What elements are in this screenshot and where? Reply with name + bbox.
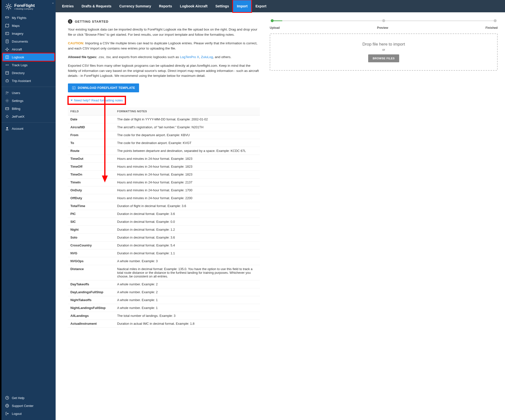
dropzone-text: Drop file here to import <box>275 42 492 47</box>
table-row: TimeInHours and minutes in 24-hour forma… <box>68 178 260 186</box>
docs-icon <box>5 39 9 44</box>
sidebar-item-support-center[interactable]: Support Center <box>1 402 56 410</box>
foreflight-logo-icon <box>5 3 12 10</box>
table-row: AircraftIDThe aircraft's registration, o… <box>68 123 260 131</box>
svg-point-14 <box>6 65 6 65</box>
sidebar-item-billing[interactable]: Billing <box>1 105 56 113</box>
table-row: ActualInstrumentDuration in actual IMC i… <box>68 320 260 328</box>
sidebar: ForeFlight A Boeing Company « My Flights… <box>1 0 56 420</box>
trip-icon <box>5 79 9 83</box>
aircraft-icon <box>5 47 9 51</box>
table-row: SICDuration in decimal format. Example: … <box>68 218 260 226</box>
imagery-icon <box>5 31 9 36</box>
sidebar-item-users[interactable]: Users <box>1 89 56 97</box>
step-preview-label: Preview <box>377 26 388 30</box>
intro-paragraph: Your existing logbook data can be import… <box>68 27 260 37</box>
table-row: DayLandingsFullStopA whole number. Examp… <box>68 288 260 296</box>
svg-point-10 <box>6 33 7 34</box>
support-icon <box>5 404 9 408</box>
excel-icon: X <box>72 86 76 90</box>
table-row: TimeOnHours and minutes in 24-hour forma… <box>68 171 260 178</box>
table-row: TimeOutHours and minutes in 24-hour form… <box>68 155 260 163</box>
svg-point-15 <box>8 65 8 65</box>
svg-point-25 <box>6 127 8 129</box>
svg-line-6 <box>10 8 11 9</box>
step-finished-dot <box>494 19 497 22</box>
sidebar-item-logbook[interactable]: Logbook <box>2 53 55 61</box>
table-row: TotalTimeDuration of flight in decimal f… <box>68 202 260 210</box>
table-row: PICDuration in decimal format. Example: … <box>68 210 260 218</box>
sidebar-item-logout[interactable]: Logout <box>1 410 56 418</box>
step-finished-label: Finished <box>486 26 498 30</box>
sidebar-item-imagery[interactable]: Imagery <box>1 30 56 37</box>
logout-icon <box>5 411 9 416</box>
formatting-notes-toggle[interactable]: Need help? Read formatting notes <box>71 98 123 102</box>
svg-point-0 <box>8 6 10 8</box>
sidebar-item-trip-assistant[interactable]: Trip Assistant <box>1 77 56 85</box>
table-row: CrossCountryDuration in decimal format. … <box>68 242 260 249</box>
sidebar-item-get-help[interactable]: ?Get Help <box>1 394 56 402</box>
table-row: TimeOffHours and minutes in 24-hour form… <box>68 163 260 171</box>
svg-point-20 <box>6 92 7 93</box>
table-row: OffDutyHours and minutes in 24-hour form… <box>68 194 260 202</box>
table-row: NVGOpsA whole number. Example: 3 <box>68 257 260 265</box>
table-row: SoloDuration in decimal format. Example:… <box>68 234 260 242</box>
zululog-link[interactable]: ZuluLog <box>201 55 213 59</box>
svg-rect-17 <box>6 71 8 74</box>
map-icon <box>5 23 9 28</box>
sidebar-item-documents[interactable]: Documents <box>1 37 56 45</box>
step-badge: 1 <box>68 19 72 24</box>
table-row: RouteThe points between departure and de… <box>68 147 260 155</box>
step-upload-dot <box>271 19 274 22</box>
directory-icon <box>5 71 9 75</box>
table-row: DateThe date of flight in YYYY-MM-DD for… <box>68 115 260 123</box>
table-row: AllLandingsThe total number of landings.… <box>68 312 260 320</box>
account-icon <box>5 126 9 131</box>
flights-icon <box>5 16 9 20</box>
svg-point-21 <box>7 92 8 93</box>
tab-export[interactable]: Export <box>252 0 270 12</box>
sidebar-item-maps[interactable]: Maps <box>1 22 56 30</box>
sidebar-item-aircraft[interactable]: Aircraft <box>1 45 56 53</box>
svg-line-8 <box>6 8 7 9</box>
tab-drafts---requests[interactable]: Drafts & Requests <box>78 0 115 12</box>
tab-settings[interactable]: Settings <box>211 0 233 12</box>
svg-text:?: ? <box>6 397 8 399</box>
sidebar-item-jetfuelx[interactable]: JetFuelX <box>1 113 56 120</box>
tab-import[interactable]: Import <box>233 0 252 12</box>
table-row: DayTakeoffsA whole number. Example: 2 <box>68 280 260 288</box>
caution-paragraph: CAUTION: Importing a CSV file multiple t… <box>68 41 260 51</box>
collapse-sidebar-icon[interactable]: « <box>52 1 54 4</box>
tab-currency-summary[interactable]: Currency Summary <box>115 0 155 12</box>
section-title: GETTING STARTED <box>75 20 109 23</box>
sidebar-item-my-flights[interactable]: My Flights <box>1 14 56 22</box>
file-dropzone[interactable]: Drop file here to import or BROWSE FILES <box>270 33 498 71</box>
svg-line-7 <box>10 4 11 5</box>
tab-entries[interactable]: Entries <box>58 0 78 12</box>
sidebar-item-account[interactable]: Account <box>1 125 56 132</box>
tab-reports[interactable]: Reports <box>155 0 176 12</box>
help-link-highlight: Need help? Read formatting notes <box>68 96 126 104</box>
download-template-button[interactable]: X DOWNLOAD FOREFLIGHT TEMPLATE <box>68 83 139 92</box>
table-row: NightTakeoffsA whole number. Example: 1 <box>68 296 260 304</box>
svg-rect-23 <box>5 108 9 110</box>
logtenpro-link[interactable]: LogTenPro X <box>180 55 199 59</box>
brand-name: ForeFlight <box>14 3 35 8</box>
caution-label: CAUTION: <box>68 41 84 45</box>
sidebar-item-directory[interactable]: Directory <box>1 69 56 77</box>
svg-point-29 <box>7 405 8 406</box>
table-row: NightDuration in decimal format. Example… <box>68 226 260 234</box>
svg-marker-37 <box>102 176 108 182</box>
caret-down-icon <box>71 100 73 101</box>
browse-files-button[interactable]: BROWSE FILES <box>368 54 399 62</box>
allowed-filetypes: Allowed file types: .csv, .tsv, and expo… <box>68 55 260 60</box>
sidebar-item-settings[interactable]: Settings <box>1 97 56 105</box>
brand-subtitle: A Boeing Company <box>14 8 35 10</box>
table-row: NVGDuration in decimal format. Example: … <box>68 249 260 257</box>
table-row: ToThe code for the destination airport. … <box>68 139 260 147</box>
dropzone-or: or <box>275 48 492 51</box>
sidebar-item-track-logs[interactable]: Track Logs <box>1 61 56 69</box>
logbook-icon <box>5 55 9 59</box>
svg-rect-19 <box>6 80 8 82</box>
tab-logbook-aircraft[interactable]: Logbook Aircraft <box>176 0 211 12</box>
